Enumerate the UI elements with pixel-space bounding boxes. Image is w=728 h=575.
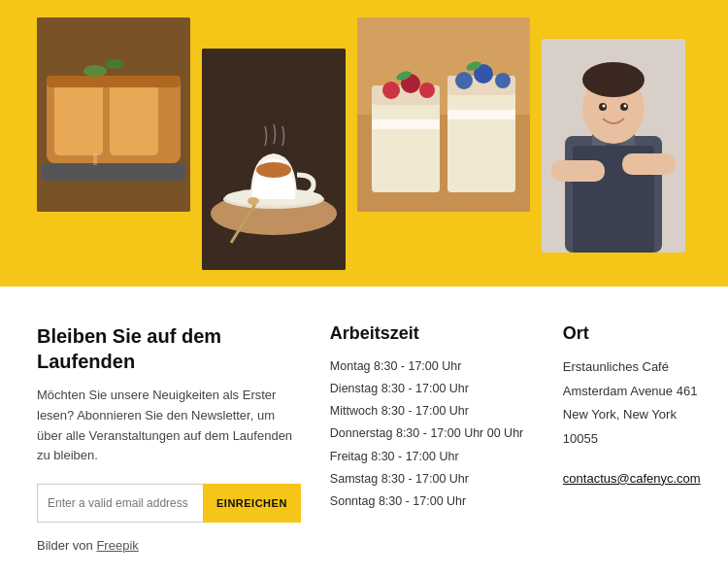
svg-point-27 [419,83,435,98]
freepik-link[interactable]: Freepik [96,538,138,553]
submit-button[interactable]: EINREICHEN [203,484,301,523]
location-email[interactable]: contactus@cafenyc.com [563,471,701,486]
coffee-photo [202,49,346,270]
svg-rect-4 [110,84,158,155]
svg-point-25 [382,82,400,99]
hours-column: Arbeitszeit Montag 8:30 - 17:00 UhrDiens… [330,323,563,575]
location-line1: Erstaunliches Café [563,359,669,374]
location-line3: New York, New York 10055 [563,407,677,446]
newsletter-heading: Bleiben Sie auf dem Laufenden [37,323,301,374]
email-form: EINREICHEN [37,484,301,523]
email-input[interactable] [37,484,203,523]
hours-heading: Arbeitszeit [330,323,544,344]
svg-point-16 [248,197,259,205]
photo-grid [0,0,728,287]
hours-list-item: Mittwoch 8:30 - 17:00 Uhr [330,400,544,423]
hours-list-item: Samstag 8:30 - 17:00 Uhr [330,468,544,490]
svg-rect-23 [372,119,440,129]
svg-point-28 [455,72,473,89]
hours-list: Montag 8:30 - 17:00 UhrDienstag 8:30 - 1… [330,355,544,513]
location-line2: Amsterdam Avenue 461 [563,384,698,398]
svg-rect-39 [622,153,676,175]
svg-point-41 [582,62,645,97]
freepik-credit: Bilder von Freepik [37,536,301,557]
svg-point-44 [603,105,606,108]
svg-point-14 [256,162,291,178]
svg-rect-9 [93,153,97,165]
chef-photo [542,39,685,253]
photo-banner [0,0,728,287]
svg-rect-24 [447,110,515,119]
bottom-section: Bleiben Sie auf dem Laufenden Möchten Si… [0,287,728,575]
bread-photo [37,17,190,212]
credit-prefix: Bilder von [37,538,96,553]
svg-rect-3 [54,84,103,155]
newsletter-column: Bleiben Sie auf dem Laufenden Möchten Si… [37,323,330,575]
hours-list-item: Sonntag 8:30 - 17:00 Uhr [330,490,544,513]
location-address: Erstaunliches Café Amsterdam Avenue 461 … [563,355,701,452]
svg-rect-38 [551,160,605,182]
newsletter-body: Möchten Sie unsere Neuigkeiten als Erste… [37,386,301,466]
svg-point-7 [83,65,107,77]
svg-rect-5 [47,76,181,87]
hours-list-item: Freitag 8:30 - 17:00 Uhr [330,446,544,468]
hours-list-item: Donnerstag 8:30 - 17:00 Uhr 00 Uhr [330,423,544,445]
location-heading: Ort [563,323,701,344]
svg-point-8 [105,59,124,69]
hours-list-item: Dienstag 8:30 - 17:00 Uhr [330,378,544,400]
svg-point-30 [495,73,511,88]
hours-list-item: Montag 8:30 - 17:00 Uhr [330,355,544,378]
location-column: Ort Erstaunliches Café Amsterdam Avenue … [563,323,701,575]
cake-photo [357,17,530,212]
svg-rect-6 [42,163,185,181]
svg-point-45 [624,105,627,108]
